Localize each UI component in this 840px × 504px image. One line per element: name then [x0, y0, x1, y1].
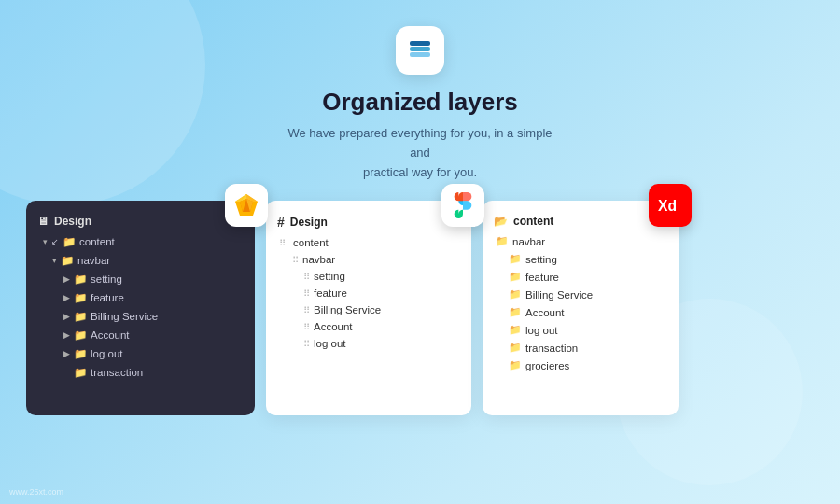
- hero-title: Organized layers: [322, 88, 518, 117]
- folder-icon: 📁: [509, 288, 522, 301]
- sketch-badge: [225, 184, 268, 227]
- list-item: 📁 transaction: [496, 339, 679, 357]
- dot-grid-icon: ⠿: [303, 322, 310, 332]
- list-item: ⠿ log out: [279, 335, 471, 352]
- list-item: ⠿ Account: [279, 318, 471, 335]
- list-item: ⠿ navbar: [279, 251, 471, 268]
- list-item: ▶ 📁 transaction: [39, 363, 255, 382]
- list-item: 📁 log out: [496, 321, 679, 339]
- list-item: ▾ ↙ 📁 content: [39, 232, 255, 251]
- xd-badge: Xd: [649, 184, 692, 227]
- svg-rect-1: [410, 47, 430, 51]
- list-item: ▶ 📁 log out: [39, 344, 255, 363]
- list-item: ▶ 📁 Billing Service: [39, 307, 255, 326]
- dot-grid-icon: ⠿: [303, 272, 310, 282]
- dot-grid-icon: ⠿: [279, 238, 286, 248]
- list-item: ⠿ Billing Service: [279, 301, 471, 318]
- xd-tree: 📁 navbar 📁 setting 📁 feature 📁 Billing S…: [483, 232, 679, 374]
- folder-icon: 📁: [509, 253, 522, 265]
- folder-icon: 📁: [496, 235, 509, 247]
- list-item: ⠿ feature: [279, 285, 471, 301]
- sketch-tree-header: 🖥 Design: [26, 210, 255, 232]
- list-item: ▶ 📁 setting: [39, 270, 255, 288]
- list-item: ▶ 📁 feature: [39, 288, 255, 307]
- folder-icon: 📁: [509, 359, 522, 371]
- folder-icon: 📁: [509, 342, 522, 354]
- figma-card: # Design ⠿ content ⠿ navbar ⠿ setting ⠿ …: [266, 201, 471, 415]
- folder-icon: 📁: [509, 271, 522, 283]
- list-item: 📁 Account: [496, 303, 679, 321]
- watermark: www.25xt.com: [9, 487, 63, 497]
- sketch-tree: ▾ ↙ 📁 content ▾ 📁 navbar ▶ 📁 setting ▶ 📁: [26, 232, 255, 382]
- folder-icon: 📁: [63, 235, 76, 248]
- xd-card: Xd 📂 content 📁 navbar 📁 setting 📁 featur…: [483, 201, 679, 415]
- folder-open-icon: 📂: [494, 215, 508, 228]
- hash-icon: #: [277, 215, 285, 230]
- folder-icon: 📁: [74, 310, 87, 323]
- figma-tree-header: # Design: [266, 210, 471, 234]
- folder-icon: 📁: [74, 347, 87, 360]
- list-item: ⠿ setting: [279, 268, 471, 285]
- dot-grid-icon: ⠿: [303, 288, 310, 299]
- folder-icon: 📁: [61, 254, 74, 267]
- list-item: 📁 grocieres: [496, 357, 679, 374]
- folder-icon: 📁: [509, 306, 522, 318]
- folder-icon: 📁: [74, 329, 87, 342]
- list-item: ▶ 📁 Account: [39, 326, 255, 344]
- list-item: 📁 Billing Service: [496, 286, 679, 303]
- svg-rect-2: [410, 41, 430, 46]
- app-icon: [396, 26, 444, 75]
- list-item: 📁 feature: [496, 268, 679, 286]
- folder-icon: 📁: [74, 291, 87, 304]
- dot-grid-icon: ⠿: [303, 339, 310, 349]
- svg-rect-0: [410, 52, 430, 57]
- figma-tree: ⠿ content ⠿ navbar ⠿ setting ⠿ feature ⠿…: [266, 234, 471, 352]
- folder-icon: 📁: [509, 324, 522, 336]
- list-item: ⠿ content: [279, 234, 471, 251]
- dot-grid-icon: ⠿: [303, 305, 310, 315]
- monitor-icon: 🖥: [37, 215, 49, 228]
- sketch-card: 🖥 Design ▾ ↙ 📁 content ▾ 📁 navbar ▶ 📁: [26, 201, 255, 415]
- figma-badge: [441, 184, 484, 227]
- list-item: 📁 navbar: [496, 232, 679, 250]
- svg-text:Xd: Xd: [658, 199, 677, 215]
- folder-icon: 📁: [74, 273, 87, 286]
- list-item: 📁 setting: [496, 250, 679, 268]
- folder-icon: 📁: [74, 366, 87, 379]
- list-item: ▾ 📁 navbar: [39, 251, 255, 270]
- hero-subtitle: We have prepared everything for you, in …: [280, 124, 560, 182]
- dot-grid-icon: ⠿: [292, 255, 299, 265]
